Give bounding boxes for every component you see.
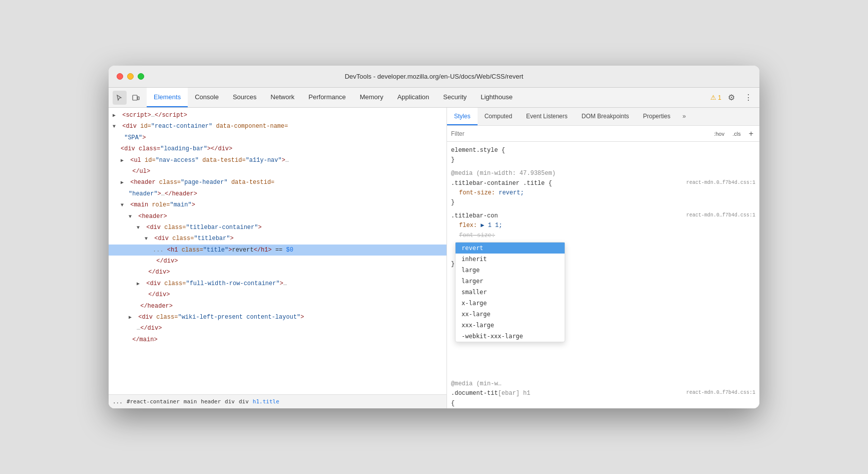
dom-line: </div> (109, 267, 447, 278)
tree-arrow[interactable] (129, 212, 135, 221)
tree-arrow[interactable] (145, 234, 151, 243)
breadcrumb-div1[interactable]: div (225, 398, 235, 405)
cursor-icon[interactable] (113, 91, 127, 105)
breadcrumb-react-container[interactable]: #react-container (127, 398, 180, 405)
tree-arrow[interactable] (113, 122, 119, 131)
tab-security[interactable]: Security (436, 88, 474, 107)
style-tab-computed[interactable]: Computed (478, 108, 519, 125)
dom-line: <div class="full-width-row-container">… (109, 278, 447, 289)
autocomplete-item-smaller[interactable]: smaller (456, 287, 565, 298)
dom-line: <header class="page-header" data-testid= (109, 177, 447, 188)
autocomplete-item-xx-large[interactable]: xx-large (456, 309, 565, 320)
tab-memory[interactable]: Memory (353, 88, 390, 107)
cls-button[interactable]: .cls (730, 130, 743, 137)
svg-rect-1 (138, 97, 139, 100)
dom-line: …</div> (109, 323, 447, 334)
css-rule-media-2: @media (min-w… .document-tit[ebar] h1 re… (451, 379, 755, 408)
style-tab-event-listeners[interactable]: Event Listeners (519, 108, 575, 125)
dom-panel: <script>…</script> <div id="react-contai… (109, 108, 447, 408)
toolbar-icons (113, 91, 143, 105)
styles-content[interactable]: element.style { } @media (min-width: 47.… (447, 142, 759, 408)
autocomplete-item-inherit[interactable]: inherit (456, 254, 565, 265)
close-button[interactable] (117, 73, 123, 80)
dom-line: <div class="titlebar"> (109, 233, 447, 244)
device-toolbar-icon[interactable] (129, 91, 143, 105)
css-rule-media-1: @media (min-width: 47.9385em) .titlebar-… (451, 169, 755, 207)
tree-arrow[interactable] (121, 178, 127, 187)
autocomplete-item-larger[interactable]: larger (456, 276, 565, 287)
dom-line: </header> (109, 301, 447, 312)
autocomplete-item-webkit-xxx-large[interactable]: -webkit-xxx-large (456, 331, 565, 342)
tab-console[interactable]: Console (188, 88, 226, 107)
dom-line: <div class="wiki-left-present content-la… (109, 312, 447, 323)
filter-bar: :hov .cls + (447, 126, 759, 142)
title-bar: DevTools - developer.mozilla.org/en-US/d… (109, 66, 759, 88)
add-rule-button[interactable]: + (747, 129, 755, 139)
dom-line: </div> (109, 289, 447, 300)
toolbar-right: ⚠ 1 ⚙ ⋮ (710, 91, 755, 105)
tree-arrow[interactable] (137, 223, 143, 232)
dom-line: <div class="titlebar-container"> (109, 222, 447, 233)
breadcrumb-bar: ... #react-container main header div div… (109, 394, 447, 408)
styles-tabs: Styles Computed Event Listeners DOM Brea… (447, 108, 759, 126)
dom-line: <script>…</script> (109, 110, 447, 121)
autocomplete-item-xxx-large[interactable]: xxx-large (456, 320, 565, 331)
traffic-lights (117, 73, 144, 80)
window-title: DevTools - developer.mozilla.org/en-US/d… (345, 73, 524, 80)
dom-line: "SPA"> (109, 132, 447, 143)
tree-arrow[interactable] (129, 313, 135, 322)
autocomplete-item-revert[interactable]: revert (456, 243, 565, 254)
css-rule-element-style: element.style { } (451, 146, 755, 165)
maximize-button[interactable] (138, 73, 144, 80)
tree-arrow[interactable] (121, 156, 127, 165)
tab-application[interactable]: Application (390, 88, 437, 107)
more-button[interactable]: ⋮ (741, 91, 755, 105)
dom-line: <div id="react-container" data-component… (109, 121, 447, 132)
filter-input[interactable] (451, 130, 712, 137)
dom-line: </div> (109, 256, 447, 267)
tree-arrow[interactable] (121, 201, 127, 209)
devtools-window: DevTools - developer.mozilla.org/en-US/d… (109, 66, 759, 408)
tab-performance[interactable]: Performance (301, 88, 352, 107)
style-tab-styles[interactable]: Styles (447, 108, 478, 125)
breadcrumb-main[interactable]: main (184, 398, 197, 405)
tab-network[interactable]: Network (264, 88, 302, 107)
autocomplete-item-large[interactable]: large (456, 265, 565, 276)
dom-line: <main role="main"> (109, 199, 447, 210)
dom-line: <div class="loading-bar"></div> (109, 143, 447, 154)
dom-line: "header">…</header> (109, 188, 447, 199)
dom-line-selected[interactable]: ... <h1 class="title">revert</h1> == $0 (109, 245, 447, 256)
tree-arrow[interactable] (137, 280, 143, 288)
main-tabs: Elements Console Sources Network Perform… (147, 88, 710, 107)
dom-line: <header> (109, 211, 447, 222)
dom-tree[interactable]: <script>…</script> <div id="react-contai… (109, 108, 447, 394)
warning-badge[interactable]: ⚠ 1 (710, 94, 721, 101)
autocomplete-dropdown[interactable]: revert inherit large larger smaller x-la… (455, 242, 565, 342)
styles-tab-more[interactable]: » (677, 108, 691, 125)
breadcrumb-div2[interactable]: div (239, 398, 249, 405)
breadcrumb-ellipsis[interactable]: ... (113, 398, 123, 405)
minimize-button[interactable] (127, 73, 134, 80)
content-area: <script>…</script> <div id="react-contai… (109, 108, 759, 408)
dom-line: </main> (109, 334, 447, 345)
style-tab-dom-breakpoints[interactable]: DOM Breakpoints (575, 108, 636, 125)
dom-line: <ul id="nav-access" data-testid="a11y-na… (109, 155, 447, 166)
dom-line: </ul> (109, 166, 447, 177)
warning-count: 1 (718, 94, 721, 101)
styles-panel: Styles Computed Event Listeners DOM Brea… (447, 108, 759, 408)
tab-lighthouse[interactable]: Lighthouse (474, 88, 520, 107)
settings-button[interactable]: ⚙ (724, 91, 738, 105)
tab-sources[interactable]: Sources (226, 88, 264, 107)
devtools-toolbar: Elements Console Sources Network Perform… (109, 88, 759, 108)
warning-icon: ⚠ (710, 94, 716, 101)
tree-arrow[interactable] (113, 111, 119, 120)
hov-button[interactable]: :hov (712, 130, 726, 137)
autocomplete-item-x-large[interactable]: x-large (456, 298, 565, 309)
breadcrumb-h1[interactable]: h1.title (253, 398, 279, 405)
style-tab-properties[interactable]: Properties (636, 108, 677, 125)
svg-rect-0 (133, 95, 137, 100)
filter-actions: :hov .cls + (712, 129, 755, 139)
breadcrumb-header[interactable]: header (201, 398, 221, 405)
tab-elements[interactable]: Elements (147, 88, 188, 107)
